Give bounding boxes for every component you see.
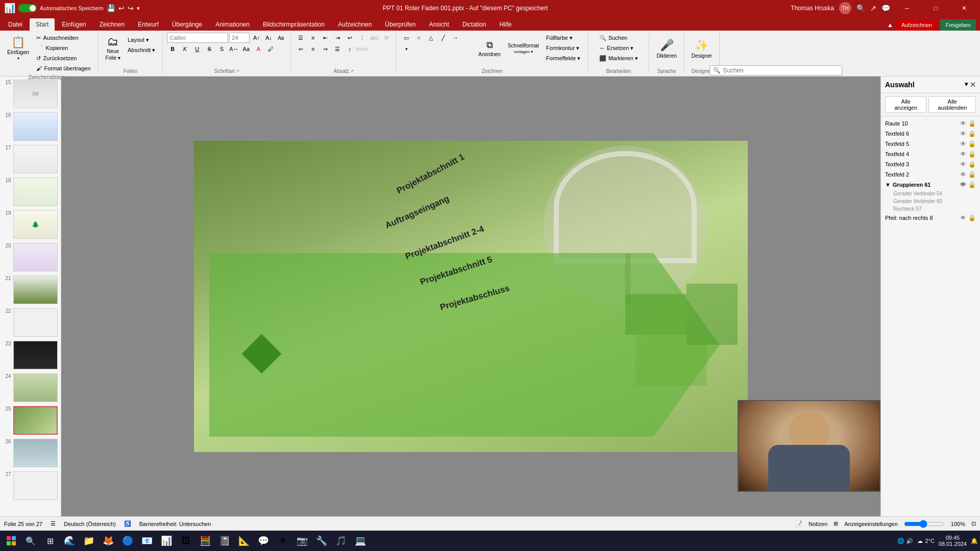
freigeben-button[interactable]: Freigeben	[940, 19, 976, 31]
aufzeichnen-button[interactable]: Aufzeichnen	[896, 19, 938, 31]
italic-btn[interactable]: K	[179, 44, 190, 54]
zoom-slider[interactable]	[904, 520, 945, 528]
slide-thumb-22[interactable]: 22	[2, 307, 59, 338]
lock-icon-pfeil[interactable]: 🔒	[968, 214, 976, 221]
lock-icon-textfeld3[interactable]: 🔒	[968, 161, 976, 168]
lock-icon-raute10[interactable]: 🔒	[968, 120, 976, 127]
chrome-button[interactable]: 🔵	[118, 532, 137, 550]
canvas-area[interactable]: Projektabschnitt 1 Auftragseingang Proje…	[61, 77, 880, 516]
panel-expand-icon[interactable]: ▾	[965, 81, 968, 89]
list-number-btn[interactable]: ≡	[307, 33, 318, 43]
autosave-toggle[interactable]	[18, 4, 37, 12]
extra2-button[interactable]: 🎵	[332, 532, 350, 550]
sel-group-header[interactable]: ▼ Gruppieren 61 👁 🔒	[881, 180, 980, 190]
sel-item-pfeil[interactable]: Pfeil: nach rechts 8 👁 🔒	[881, 213, 980, 223]
text-dir-btn[interactable]: abc	[369, 33, 380, 43]
visibility-icon-textfeld5[interactable]: 👁	[960, 140, 966, 147]
tab-übergänge[interactable]: Übergänge	[166, 18, 208, 31]
diktieren-button[interactable]: 🎤 Diktieren	[653, 33, 679, 64]
füllfarbe-button[interactable]: Füllfarbe ▾	[543, 33, 584, 43]
slide-thumb-18[interactable]: 18	[2, 177, 59, 207]
slide-thumb-23[interactable]: 23	[2, 340, 59, 370]
tab-entwurf[interactable]: Entwurf	[132, 18, 165, 31]
visio-button[interactable]: 📐	[235, 532, 253, 550]
underline-btn[interactable]: U	[191, 44, 203, 54]
neue-folie-button[interactable]: 🗂 Neue Folie ▾	[103, 33, 124, 64]
visibility-icon-group[interactable]: 👁	[960, 181, 966, 188]
telegram-button[interactable]: ✈	[274, 532, 292, 550]
font-color-btn[interactable]: A	[253, 44, 264, 54]
lock-icon-textfeld4[interactable]: 🔒	[968, 151, 976, 158]
sel-item-textfeld5[interactable]: Textfeld 5 👁 🔒	[881, 139, 980, 149]
firefox-button[interactable]: 🦊	[99, 532, 117, 550]
column-btn[interactable]: ⋮	[356, 33, 368, 43]
tab-datei[interactable]: Datei	[2, 18, 29, 31]
edge-button[interactable]: 🌊	[60, 532, 79, 550]
rtl-btn[interactable]: ↩	[344, 33, 355, 43]
font-decrease-btn[interactable]: A↓	[263, 33, 274, 43]
sel-sub-item-verbinder54[interactable]: Gerader Verbinder 54	[881, 190, 980, 197]
ribbon-collapse-icon[interactable]: ▲	[887, 21, 893, 29]
shape-arrow-btn[interactable]: →	[450, 33, 461, 43]
shadow-btn[interactable]: S	[216, 44, 227, 54]
tab-einfügen[interactable]: Einfügen	[56, 18, 92, 31]
anzeigeeinstellungen-button[interactable]: Anzeigeeinstellungen	[844, 521, 898, 527]
taskview-button[interactable]: ⊞	[41, 532, 59, 550]
lock-icon-group[interactable]: 🔒	[968, 181, 976, 188]
highlight-btn[interactable]: 🖊	[265, 44, 276, 54]
font-increase-btn[interactable]: A↑	[251, 33, 262, 43]
formkontur-button[interactable]: Formkontur ▾	[543, 43, 584, 53]
tab-hilfe[interactable]: Hilfe	[493, 18, 518, 31]
slide-canvas[interactable]: Projektabschnitt 1 Auftragseingang Proje…	[194, 141, 748, 452]
layout-button[interactable]: Layout ▾	[125, 35, 158, 45]
hide-all-button[interactable]: Alle ausblenden	[928, 96, 976, 113]
outlook-button[interactable]: 📧	[138, 532, 156, 550]
panel-close-button[interactable]: ✕	[970, 81, 976, 89]
zurücksetzen-button[interactable]: ↺ Zurücksetzen	[33, 53, 93, 63]
case-btn[interactable]: Aa	[240, 44, 252, 54]
undo-icon[interactable]: ↩	[118, 4, 125, 12]
start-button[interactable]	[2, 532, 20, 550]
slide-thumb-17[interactable]: 17	[2, 144, 59, 174]
maximize-button[interactable]: □	[924, 0, 947, 16]
save-icon[interactable]: 💾	[107, 4, 115, 12]
einfügen-button[interactable]: 📋 Einfügen ▾	[4, 33, 32, 64]
smartart-btn[interactable]: SmArt	[356, 44, 368, 54]
kopieren-button[interactable]: 📄 Kopieren	[33, 43, 93, 53]
sel-sub-item-verbinder60[interactable]: Gerader Verbinder 60	[881, 197, 980, 205]
tab-ansicht[interactable]: Ansicht	[423, 18, 455, 31]
clear-format-btn[interactable]: Aa	[275, 33, 286, 43]
lock-icon-textfeld2[interactable]: 🔒	[968, 171, 976, 178]
designer-button[interactable]: ✨ Designer	[689, 33, 715, 64]
language-status[interactable]: Deutsch (Österreich)	[64, 521, 115, 527]
slide-thumb-20[interactable]: 20	[2, 242, 59, 272]
visibility-icon-raute10[interactable]: 👁	[960, 120, 966, 127]
search-taskbar-button[interactable]: 🔍	[21, 532, 40, 550]
extra1-button[interactable]: 🔧	[312, 532, 331, 550]
photos-button[interactable]: 🖼	[177, 532, 195, 550]
notizen-button[interactable]: Notizen	[808, 521, 827, 527]
tab-bildschirmpräsentation[interactable]: Bildschirmpräsentation	[257, 18, 331, 31]
powerpoint-button[interactable]: 📊	[157, 532, 176, 550]
markieren-button[interactable]: ⬛ Markieren ▾	[596, 53, 641, 63]
shape-more-btn[interactable]: ▾	[401, 44, 412, 54]
sel-item-textfeld6[interactable]: Textfeld 6 👁 🔒	[881, 129, 980, 139]
line-spacing-btn[interactable]: ↕	[344, 44, 355, 54]
fit-slide-icon[interactable]: ⊡	[971, 520, 976, 527]
visibility-icon-textfeld4[interactable]: 👁	[960, 151, 966, 158]
slide-thumb-15[interactable]: 15 ⌨	[2, 79, 59, 109]
visibility-icon-textfeld6[interactable]: 👁	[960, 130, 966, 137]
font-name-input[interactable]	[167, 33, 228, 43]
explorer-button[interactable]: 📁	[80, 532, 98, 550]
justify-btn[interactable]: ☰	[332, 44, 343, 54]
align-right-btn[interactable]: ⇒	[320, 44, 331, 54]
anordnen-button[interactable]: ⧉ Anordnen	[475, 33, 503, 64]
font-size-input[interactable]	[229, 33, 250, 43]
list-bullet-btn[interactable]: ☰	[295, 33, 306, 43]
convert-btn[interactable]: ⟳	[381, 33, 392, 43]
lock-icon-textfeld6[interactable]: 🔒	[968, 130, 976, 137]
comments-icon[interactable]: 💬	[881, 4, 890, 12]
bold-btn[interactable]: B	[167, 44, 178, 54]
close-button[interactable]: ✕	[952, 0, 976, 16]
notification-icon[interactable]: 🔔	[971, 538, 978, 544]
